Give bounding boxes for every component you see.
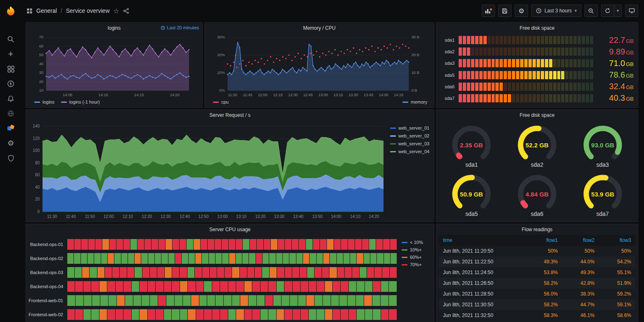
flow-value-cell: 50% [525,246,562,256]
legend-item[interactable]: web_server_04 [390,149,431,154]
legend-item[interactable]: web_server_01 [390,125,431,130]
search-icon[interactable] [0,32,21,47]
status-cell [383,239,390,250]
time-range-picker[interactable]: Last 3 hours ▾ [531,5,581,17]
column-header-flow3[interactable]: flow3 [599,235,635,246]
logins-chart: 1020304050607014:0514:1014:1514:20 [28,34,199,98]
table-row[interactable]: Jun 8th, 2021 11:28:5056.0%38.3%59.2% [439,289,635,299]
led-cell [512,47,515,56]
time-range-badge[interactable]: Last 20 minutes [161,25,199,30]
status-cell [236,309,244,320]
status-cell [67,239,74,250]
server-admin-shield-icon[interactable] [0,151,21,166]
legend-label: web_server_03 [398,141,429,146]
refresh-interval-dropdown[interactable]: ▾ [614,5,621,17]
status-cell [144,239,151,250]
led-cell [500,71,503,79]
svg-text:13:10: 13:10 [236,214,246,219]
breadcrumb-separator: / [61,7,62,14]
column-header-flow1[interactable]: flow1 [525,235,562,246]
status-cell [268,309,276,320]
grafana-logo-icon[interactable] [0,3,21,20]
led-cell [475,83,478,91]
legend-item[interactable]: cpu [213,99,229,104]
table-row[interactable]: Jun 8th, 2021 11:30:5058.2%44.7%59.1% [439,299,635,310]
column-header-time[interactable]: time [439,235,525,246]
led-cell [475,94,478,102]
globe-icon[interactable] [0,106,21,121]
led-cell [553,71,556,79]
disk-row: sda29.89GB [441,46,634,57]
disk-row: sda740.3GB [441,93,634,104]
server-label: Backend-ops-03 [28,270,67,275]
table-row[interactable]: Jun 8th, 2021 11:26:5058.2%42.8%51.9% [439,278,635,289]
status-cell [220,281,227,292]
status-cell [191,295,199,306]
status-cell [348,295,355,306]
breadcrumb-section[interactable]: General [36,7,57,14]
zoom-out-button[interactable] [585,5,598,17]
column-header-flow2[interactable]: flow2 [562,235,599,246]
status-cell [196,281,204,292]
led-cell [573,47,577,56]
panel-title-free-disk-bars[interactable]: Free disk space [436,23,638,33]
tv-mode-button[interactable] [625,5,638,17]
dashboard-settings-button[interactable]: ⚙ [515,5,528,17]
create-plus-icon[interactable]: + [0,47,21,62]
svg-text:4.84 GB: 4.84 GB [526,191,549,198]
status-cell [303,253,309,264]
dashboards-icon[interactable] [0,62,21,76]
share-icon[interactable] [123,8,129,14]
svg-text:14:10: 14:10 [99,93,108,97]
table-row[interactable]: Jun 8th, 2021 11:24:5053.8%49.3%55.1% [439,267,635,278]
led-cell [488,47,491,56]
plugin-app-icon[interactable] [0,121,21,136]
table-row[interactable]: Jun 8th, 2021 11:20:5050%50%50% [439,246,635,256]
table-row[interactable]: Jun 8th, 2021 11:22:5049.3%44.0%54.2% [439,256,635,267]
legend-item[interactable]: 60%+ [402,255,430,260]
disk-unit: GB [626,73,634,79]
legend-item[interactable]: web_server_03 [390,141,431,146]
legend-item[interactable]: logins (-1 hour) [61,99,100,104]
panel-title-free-disk-gauges[interactable]: Free disk space [436,110,638,121]
flow-value-cell: 46.1% [562,310,599,321]
panel-title-server-cpu-usage[interactable]: Server CPU usage [26,224,434,235]
status-cell [334,239,341,250]
led-cell [459,94,462,102]
legend-item[interactable]: 10%+ [402,247,430,252]
led-cell [516,83,519,91]
legend-item[interactable]: 70%+ [402,262,430,267]
legend-item[interactable]: logins [34,99,54,104]
led-cell [463,71,466,79]
alerting-bell-icon[interactable] [0,91,21,106]
panel-title-memory-cpu[interactable]: Memory / CPU [205,23,434,33]
panel-title-server-requests[interactable]: Server Request / s [26,110,434,121]
legend-item[interactable]: memory [402,99,427,104]
cpu-status-rows: Backend-ops-01Backend-ops-02Backend-ops-… [28,239,397,322]
panel-title-flow-readings[interactable]: Flow readings [436,224,638,235]
explore-compass-icon[interactable] [0,76,21,91]
status-cell [107,309,115,320]
save-dashboard-button[interactable] [498,5,511,17]
configuration-gear-icon[interactable]: ⚙ [0,136,21,151]
led-cell [483,59,487,67]
status-cell [224,295,232,306]
flow-value-cell: 56.0% [525,289,562,299]
legend-item[interactable]: < 10% [402,240,430,245]
led-cell [557,59,561,67]
cpu-usage-row: Frontend-web-02 [28,309,397,320]
led-cell [504,47,507,56]
status-cell [81,239,88,250]
breadcrumb-page[interactable]: Service overview [66,7,110,14]
panel-title-logins[interactable]: logins Last 20 minutes [26,23,202,33]
add-panel-button[interactable] [482,5,495,17]
status-cell [212,281,220,292]
led-cell [475,47,478,56]
legend-item[interactable]: web_server_02 [390,133,431,138]
led-cell [533,71,536,79]
table-row[interactable]: Jun 8th, 2021 11:32:5058.3%46.1%58.6% [439,310,635,321]
status-cell [74,239,81,250]
svg-text:0%: 0% [219,88,225,92]
star-icon[interactable]: ☆ [114,7,119,15]
refresh-button[interactable] [601,5,614,17]
